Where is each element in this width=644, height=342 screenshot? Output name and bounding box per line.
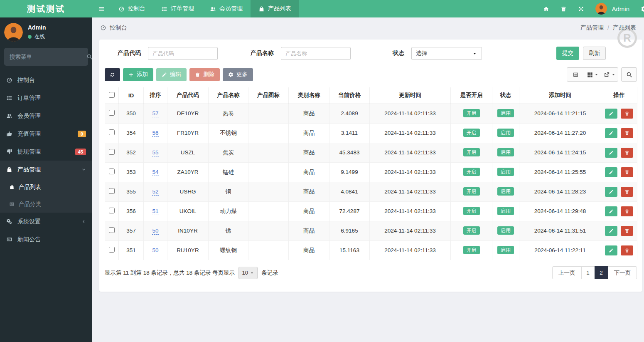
sort-link[interactable]: 52	[152, 188, 158, 196]
edit-row-button[interactable]	[605, 226, 617, 236]
column-header[interactable]: 添加时间	[519, 87, 601, 104]
more-button[interactable]: 更多	[223, 68, 253, 81]
column-header[interactable]: ID	[119, 87, 144, 104]
search-icon[interactable]	[86, 54, 93, 60]
sidebar-subitem[interactable]: 产品分类	[0, 196, 92, 213]
page-button[interactable]: 2	[595, 266, 608, 279]
page-button[interactable]: 1	[581, 266, 595, 279]
sidebar-item[interactable]: 控制台	[0, 71, 92, 89]
select-all-checkbox[interactable]	[109, 92, 115, 98]
toggle-view-button[interactable]	[567, 67, 584, 82]
trash-icon	[195, 72, 200, 77]
sidebar-subitem[interactable]: 产品列表	[0, 178, 92, 196]
column-header[interactable]: 操作	[601, 87, 637, 104]
submit-button[interactable]: 提交	[556, 47, 579, 60]
column-header[interactable]: 状态	[492, 87, 519, 104]
name-filter-input[interactable]	[281, 47, 351, 60]
row-checkbox[interactable]	[109, 129, 115, 135]
search-toggle-button[interactable]	[621, 67, 637, 82]
trash-icon	[560, 6, 567, 12]
row-checkbox[interactable]	[109, 227, 115, 233]
row-checkbox[interactable]	[109, 188, 115, 194]
sidebar-item[interactable]: 系统设置	[0, 213, 92, 230]
row-checkbox[interactable]	[109, 169, 115, 174]
edit-row-button[interactable]	[605, 109, 617, 119]
delete-row-button[interactable]	[621, 206, 633, 216]
reload-table-button[interactable]	[105, 68, 120, 81]
breadcrumb-parent[interactable]: 产品管理	[580, 24, 604, 32]
edit-row-button[interactable]	[605, 206, 617, 216]
sidebar-item[interactable]: 会员管理	[0, 107, 92, 125]
cell-code: IN10YR	[167, 221, 209, 240]
sort-link[interactable]: 55	[152, 149, 158, 156]
sidebar-item[interactable]: 订单管理	[0, 89, 92, 107]
status-select[interactable]: 选择	[411, 47, 482, 60]
home-button[interactable]	[543, 6, 549, 12]
clear-cache-button[interactable]	[560, 6, 567, 12]
user-avatar[interactable]	[595, 3, 607, 15]
column-header[interactable]: 产品图标	[248, 87, 289, 104]
page-size-select[interactable]: 10	[238, 267, 258, 279]
sort-link[interactable]: 56	[152, 130, 158, 137]
sidebar-toggle-button[interactable]	[92, 0, 111, 17]
row-checkbox[interactable]	[109, 110, 115, 116]
cell-updated: 2024-11-14 02:11:33	[370, 182, 451, 201]
sort-link[interactable]: 50	[152, 228, 158, 235]
delete-row-button[interactable]	[621, 167, 633, 177]
edit-row-button[interactable]	[605, 245, 617, 255]
column-header[interactable]: 排序	[144, 87, 167, 104]
export-icon	[604, 72, 610, 78]
navbar-item[interactable]: 控制台	[111, 0, 153, 17]
settings-button[interactable]	[641, 5, 644, 12]
cell-category: 商品	[289, 201, 329, 221]
prev-page-button[interactable]: 上一页	[552, 266, 582, 279]
cell-name: 铜	[209, 182, 248, 201]
delete-button[interactable]: 删除	[189, 68, 220, 81]
sort-link[interactable]: 54	[152, 169, 158, 176]
cell-name: 动力煤	[209, 201, 248, 221]
user-name[interactable]: Admin	[612, 5, 629, 12]
edit-row-button[interactable]	[605, 167, 617, 177]
column-header[interactable]: 产品名称	[209, 87, 248, 104]
refresh-button[interactable]: 刷新	[583, 47, 606, 60]
edit-button[interactable]: 编辑	[156, 68, 187, 81]
delete-row-button[interactable]	[621, 128, 633, 138]
next-page-button[interactable]: 下一页	[608, 266, 637, 279]
sidebar-item[interactable]: 提现管理 45	[0, 143, 92, 161]
column-header[interactable]: 产品代码	[167, 87, 209, 104]
edit-row-button[interactable]	[605, 128, 617, 138]
edit-row-button[interactable]	[605, 148, 617, 158]
navbar-item[interactable]: 产品列表	[251, 0, 299, 17]
delete-row-button[interactable]	[621, 245, 633, 255]
sort-link[interactable]: 57	[152, 110, 158, 117]
export-button[interactable]	[601, 67, 618, 82]
fullscreen-button[interactable]	[578, 6, 584, 12]
delete-row-button[interactable]	[621, 226, 633, 236]
column-header[interactable]: 当前价格	[329, 87, 370, 104]
row-checkbox[interactable]	[109, 208, 115, 213]
column-header[interactable]: 类别名称	[289, 87, 329, 104]
navbar-item[interactable]: 会员管理	[202, 0, 251, 17]
code-filter-input[interactable]	[148, 47, 218, 60]
sort-link[interactable]: 50	[152, 247, 158, 254]
sidebar-item[interactable]: 新闻公告	[0, 230, 92, 248]
columns-button[interactable]	[584, 67, 601, 82]
delete-row-button[interactable]	[621, 109, 633, 119]
table-row: 351 50 RU10YR 螺纹钢 商品 15.1163 2024-11-14 …	[105, 240, 637, 260]
sort-link[interactable]: 51	[152, 208, 158, 215]
column-header[interactable]: 是否开启	[451, 87, 492, 104]
navbar-item[interactable]: 订单管理	[153, 0, 202, 17]
delete-row-button[interactable]	[621, 187, 633, 197]
sidebar-item[interactable]: 充值管理 0	[0, 125, 92, 143]
sidebar-item[interactable]: 产品管理	[0, 161, 92, 178]
edit-row-button[interactable]	[605, 187, 617, 197]
breadcrumb-page-label[interactable]: 控制台	[110, 24, 127, 32]
column-header[interactable]: 更新时间	[370, 87, 451, 104]
home-icon	[543, 6, 549, 12]
brand-logo[interactable]: 测试测试	[0, 0, 92, 17]
row-checkbox[interactable]	[109, 247, 115, 253]
delete-row-button[interactable]	[621, 148, 633, 158]
menu-search-input[interactable]	[10, 54, 83, 60]
add-button[interactable]: 添加	[123, 68, 153, 81]
row-checkbox[interactable]	[109, 149, 115, 155]
